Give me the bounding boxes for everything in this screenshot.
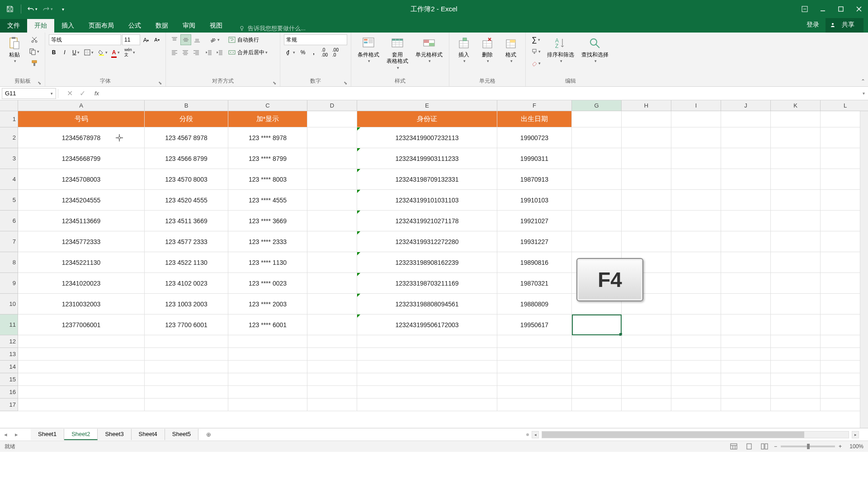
cut-button[interactable] (27, 34, 41, 45)
cell-H11[interactable] (622, 314, 671, 335)
cell-I11[interactable] (671, 314, 721, 335)
cell-C3[interactable]: 123 **** 8799 (228, 148, 307, 169)
row-header-14[interactable]: 14 (0, 361, 18, 373)
cell-K2[interactable] (771, 127, 821, 148)
cell-K7[interactable] (771, 231, 821, 252)
row-header-9[interactable]: 9 (0, 273, 18, 294)
orientation-button[interactable]: ab▾ (204, 34, 225, 45)
cell-H5[interactable] (622, 190, 671, 211)
cell-H2[interactable] (622, 127, 671, 148)
cell-F14[interactable] (497, 361, 572, 373)
cell-C12[interactable] (228, 335, 307, 348)
cell-D8[interactable] (307, 252, 357, 273)
cell-J2[interactable] (721, 127, 771, 148)
row-header-7[interactable]: 7 (0, 231, 18, 252)
cell-I1[interactable] (671, 111, 721, 127)
row-header-6[interactable]: 6 (0, 211, 18, 231)
cell-I13[interactable] (671, 348, 721, 361)
cell-F1[interactable]: 出生日期 (497, 111, 572, 127)
cell-A2[interactable]: 12345678978 (18, 127, 145, 148)
cell-I17[interactable] (671, 399, 721, 411)
cell-J11[interactable] (721, 314, 771, 335)
cell-H12[interactable] (622, 335, 671, 348)
tab-review[interactable]: 审阅 (175, 19, 203, 33)
cell-B6[interactable]: 123 4511 3669 (145, 211, 228, 231)
cell-J15[interactable] (721, 373, 771, 386)
cell-J12[interactable] (721, 335, 771, 348)
font-color-button[interactable]: A▾ (110, 47, 122, 58)
cell-A14[interactable] (18, 361, 145, 373)
cell-C10[interactable]: 123 **** 2003 (228, 294, 307, 314)
cell-F11[interactable]: 19950617 (497, 314, 572, 335)
cell-D12[interactable] (307, 335, 357, 348)
cell-B8[interactable]: 123 4522 1130 (145, 252, 228, 273)
cell-A1[interactable]: 号码 (18, 111, 145, 127)
row-header-4[interactable]: 4 (0, 169, 18, 190)
add-sheet-button[interactable]: ⊕ (202, 431, 215, 438)
cell-K8[interactable] (771, 252, 821, 273)
cell-G15[interactable] (572, 373, 622, 386)
cell-A5[interactable]: 12345204555 (18, 190, 145, 211)
cell-F5[interactable]: 19910103 (497, 190, 572, 211)
cell-E2[interactable]: 123234199007232113 (357, 127, 497, 148)
expand-formula-bar[interactable]: ▾ (859, 91, 868, 96)
cell-G12[interactable] (572, 335, 622, 348)
number-dialog-launcher[interactable]: ⬊ (344, 80, 347, 85)
tab-view[interactable]: 视图 (203, 19, 230, 33)
cell-J10[interactable] (721, 294, 771, 314)
cell-E15[interactable] (357, 373, 497, 386)
cell-E12[interactable] (357, 335, 497, 348)
font-name-input[interactable] (49, 34, 121, 45)
paste-button[interactable]: 粘贴 ▾ (4, 34, 25, 65)
cell-styles-button[interactable]: 单元格样式▾ (413, 34, 445, 65)
cell-B5[interactable]: 123 4520 4555 (145, 190, 228, 211)
enter-formula-button[interactable]: ✓ (76, 88, 88, 99)
tab-data[interactable]: 数据 (148, 19, 175, 33)
sheet-tab-sheet3[interactable]: Sheet3 (98, 429, 131, 440)
cell-D11[interactable] (307, 314, 357, 335)
font-size-input[interactable] (122, 34, 140, 45)
cell-H4[interactable] (622, 169, 671, 190)
cell-D6[interactable] (307, 211, 357, 231)
phonetic-guide-button[interactable]: wén文▾ (123, 47, 137, 58)
cell-F6[interactable]: 19921027 (497, 211, 572, 231)
cell-I2[interactable] (671, 127, 721, 148)
row-header-3[interactable]: 3 (0, 148, 18, 169)
column-header-D[interactable]: D (307, 100, 357, 111)
sheet-tab-sheet1[interactable]: Sheet1 (31, 429, 64, 440)
cell-I5[interactable] (671, 190, 721, 211)
cell-E5[interactable]: 123243199101031103 (357, 190, 497, 211)
autosum-button[interactable]: ∑▾ (529, 34, 542, 45)
cell-E9[interactable]: 123233198703211169 (357, 273, 497, 294)
italic-button[interactable]: I (60, 47, 70, 58)
row-header-5[interactable]: 5 (0, 190, 18, 211)
row-header-16[interactable]: 16 (0, 386, 18, 399)
row-header-13[interactable]: 13 (0, 348, 18, 361)
border-button[interactable]: ▾ (82, 47, 95, 58)
cell-A12[interactable] (18, 335, 145, 348)
cell-J8[interactable] (721, 252, 771, 273)
cell-H6[interactable] (622, 211, 671, 231)
sheet-tab-sheet4[interactable]: Sheet4 (132, 429, 165, 440)
cell-B16[interactable] (145, 386, 228, 399)
cell-J3[interactable] (721, 148, 771, 169)
row-header-8[interactable]: 8 (0, 252, 18, 273)
copy-button[interactable]: ▾ (27, 46, 41, 57)
cell-E17[interactable] (357, 399, 497, 411)
cell-E11[interactable]: 123243199506172003 (357, 314, 497, 335)
cell-J13[interactable] (721, 348, 771, 361)
collapse-ribbon-button[interactable]: ⌃ (861, 78, 865, 84)
cell-A9[interactable]: 12341020023 (18, 273, 145, 294)
cell-K14[interactable] (771, 361, 821, 373)
cell-I15[interactable] (671, 373, 721, 386)
cell-H16[interactable] (622, 386, 671, 399)
cell-G13[interactable] (572, 348, 622, 361)
cell-E1[interactable]: 身份证 (357, 111, 497, 127)
cell-I3[interactable] (671, 148, 721, 169)
cell-H17[interactable] (622, 399, 671, 411)
column-header-K[interactable]: K (771, 100, 821, 111)
row-header-17[interactable]: 17 (0, 399, 18, 411)
cell-E10[interactable]: 123233198808094561 (357, 294, 497, 314)
column-header-C[interactable]: C (228, 100, 307, 111)
cell-A15[interactable] (18, 373, 145, 386)
